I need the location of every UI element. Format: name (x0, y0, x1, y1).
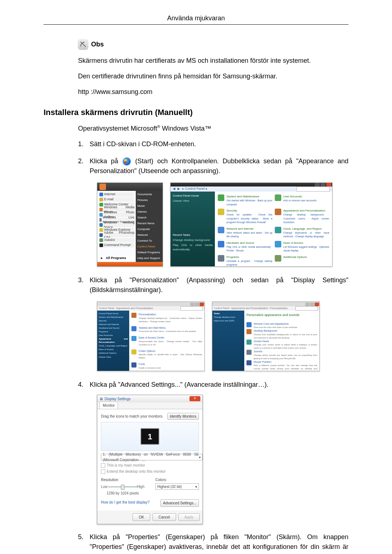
note-url: http ://www.samsung.com (78, 87, 348, 97)
minimize-button[interactable] (315, 183, 320, 186)
program-item: AutoDx (99, 238, 134, 242)
start-menu-right: Documents Pictures Music Games Search Re… (136, 191, 163, 262)
control-panel-sidebar: Control Panel Home Classic View Recent T… (171, 192, 215, 267)
search-input[interactable] (180, 306, 203, 311)
cancel-button[interactable]: Cancel (152, 513, 176, 521)
personalization-screenshot: Control Panel › Appearance and Personali… (212, 301, 320, 371)
step-1: Sätt i CD-skivan i CD-ROM-enheten. (78, 139, 348, 149)
sidebar-item[interactable]: Clock, Language, and Region (99, 344, 128, 348)
colors-select[interactable]: Highest (32 bit)▾ (155, 483, 199, 490)
dialog-icon: 🖥 (99, 396, 103, 402)
category-item[interactable]: Hardware and SoundPlay CDs or other medi… (218, 241, 273, 253)
breadcrumb: Control Panel › Appearance and Personali… (99, 307, 153, 311)
sidebar-item[interactable]: Appearance and Personalization (99, 337, 128, 344)
apply-button: Apply (178, 513, 200, 521)
close-button[interactable]: ✕ (189, 396, 200, 401)
maximize-button[interactable] (320, 183, 326, 186)
user-avatar (99, 184, 106, 190)
colors-column: Colors: Highest (32 bit)▾ (155, 477, 199, 496)
close-button[interactable] (315, 303, 319, 306)
drag-instruction: Drag the icons to match your monitors. I… (101, 413, 199, 420)
program-item: Adobe Photoshop CS2 (99, 233, 134, 237)
category-item[interactable]: Clock, Language, and RegionChange keyboa… (275, 227, 330, 239)
control-panel-link[interactable]: Control Panel (137, 245, 161, 249)
sidebar: Control Panel HomeSystem and Maintenance… (97, 311, 129, 371)
close-button[interactable] (326, 183, 331, 186)
forward-icon[interactable]: ▶ (177, 186, 180, 192)
resolution-value: 1280 by 1024 pixels (101, 491, 144, 496)
category-item[interactable]: ProgramsUninstall a program · Change sta… (218, 255, 273, 267)
sidebar-item[interactable]: Classic View (99, 356, 128, 359)
display-settings-dialog: 🖥 Display Settings ✕ Monitor Drag the ic… (97, 395, 203, 524)
main-monitor-checkbox: This is my main monitor (101, 463, 199, 468)
category-item[interactable]: User AccountsAdd or remove user accounts (275, 194, 330, 206)
category-item[interactable]: Appearance and PersonalizationChange des… (275, 209, 330, 225)
category-item[interactable]: SecurityCheck for updates · Check this c… (218, 209, 273, 225)
sidebar-item[interactable]: Hardware and Sound (99, 327, 128, 330)
category-entry[interactable]: Ease of Access CenterAccommodate low vis… (131, 336, 202, 346)
sidebar-item[interactable]: Network and Internet (99, 323, 128, 326)
tab-monitor[interactable]: Monitor (99, 402, 118, 409)
program-item: E-mail (99, 197, 134, 202)
personalization-entry[interactable]: Window Color and AppearanceFine tune the… (246, 322, 317, 329)
control-panel-screenshot: ◀ ▶ ▸ Control Panel ▸ Control Panel Home… (170, 182, 332, 267)
category-item[interactable]: Network and InternetView network status … (218, 227, 273, 239)
step-4: Klicka på "Advanced Settings..." (Avance… (78, 380, 348, 524)
resolution-column: Resolution: Low High 1280 by 1024 pixels (101, 477, 144, 496)
monitor-select[interactable]: 1. (Multiple Monitors) on NVIDIA GeForce… (101, 454, 203, 460)
category-entry[interactable]: FontsInstall or remove a font (131, 362, 202, 370)
sidebar-item[interactable]: Ease of Access (99, 348, 128, 351)
monitor-1-icon[interactable]: 1 (140, 428, 159, 445)
category-entry[interactable]: Taskbar and Start MenuCustomize the Star… (131, 326, 202, 333)
sidebar-item[interactable]: Additional Options (99, 352, 128, 355)
os-suffix: Windows Vista™ (160, 125, 211, 132)
sidebar-item[interactable]: Programs (99, 330, 128, 333)
step-2: Klicka på (Start) och Kontrollpanelen. D… (78, 156, 348, 267)
os-line: Operativsystemet Microsoft® Windows Vist… (78, 124, 348, 134)
sidebar-item[interactable]: Tasks (214, 312, 243, 315)
appearance-personalization-screenshot: Control Panel › Appearance and Personali… (97, 301, 205, 371)
sidebar: TasksChange desktop iconsAdjust font siz… (212, 311, 244, 371)
step-3: Klicka på "Personalization" (Anpassning)… (78, 275, 348, 371)
breadcrumb-bar: ◀ ▶ ▸ Control Panel ▸ (171, 186, 332, 192)
sidebar-item[interactable]: Control Panel Home (99, 312, 128, 315)
monitor-preview[interactable]: 1 (101, 422, 199, 451)
step-2-text-a: Klicka på (90, 157, 122, 165)
extend-desktop-checkbox: Extend the desktop onto this monitor (101, 469, 199, 474)
sidebar-item[interactable]: System and Maintenance (99, 316, 128, 319)
resolution-slider[interactable]: Low High (101, 483, 144, 490)
program-item: Command Prompt (99, 243, 134, 247)
dialog-buttons: OK Cancel Apply (97, 510, 203, 524)
sidebar-item[interactable]: User Accounts (99, 334, 128, 337)
note-label: Obs (91, 41, 104, 48)
close-button[interactable] (200, 303, 204, 306)
category-entry[interactable]: PersonalizationChange desktop background… (131, 313, 202, 323)
all-programs: ▸ All Programs (99, 256, 134, 260)
ok-button[interactable]: OK (132, 513, 150, 521)
screenshot-row-1: Internet E-mail Welcome Center Windows M… (97, 182, 348, 267)
page-header: Använda mjukvaran (44, 15, 348, 24)
personalization-entry[interactable]: SoundsChange which sounds are heard when… (246, 350, 317, 360)
back-icon[interactable]: ◀ (173, 186, 175, 192)
personalization-entry[interactable]: Mouse PointersPick a different mouse poi… (246, 360, 317, 372)
category-item[interactable]: Additional Options (275, 255, 330, 267)
search-input[interactable] (297, 186, 330, 192)
identify-monitors-button[interactable]: Identify Monitors (167, 413, 199, 420)
control-panel-categories: System and MaintenanceGet started with W… (215, 192, 332, 267)
personalization-entry[interactable]: Desktop BackgroundChoose from available … (246, 329, 317, 340)
start-menu-header (97, 183, 163, 191)
sidebar-item[interactable]: Security (99, 319, 128, 323)
personalization-entry[interactable]: Screen SaverChange your screen saver or … (246, 340, 317, 350)
search-input[interactable] (295, 306, 318, 311)
category-item[interactable]: System and MaintenanceGet started with W… (218, 194, 273, 206)
sidebar-item[interactable]: Change desktop icons (214, 316, 243, 319)
breadcrumb: Control Panel › Appearance and Personali… (214, 307, 288, 311)
reg-mark: ® (157, 124, 160, 129)
category-item[interactable]: Ease of AccessLet Windows suggest settin… (275, 241, 330, 253)
advanced-settings-button[interactable]: Advanced Settings... (160, 499, 199, 507)
category-entry[interactable]: Folder OptionsSpecify single- or double-… (131, 349, 202, 360)
dialog-title: Display Settings (105, 396, 131, 402)
note-block: Obs Skärmens drivrutin har certifierats … (78, 39, 348, 97)
main-pane: Personalize appearance and sounds Window… (244, 311, 319, 371)
sidebar-item[interactable]: Adjust font size (DPI) (214, 319, 243, 323)
